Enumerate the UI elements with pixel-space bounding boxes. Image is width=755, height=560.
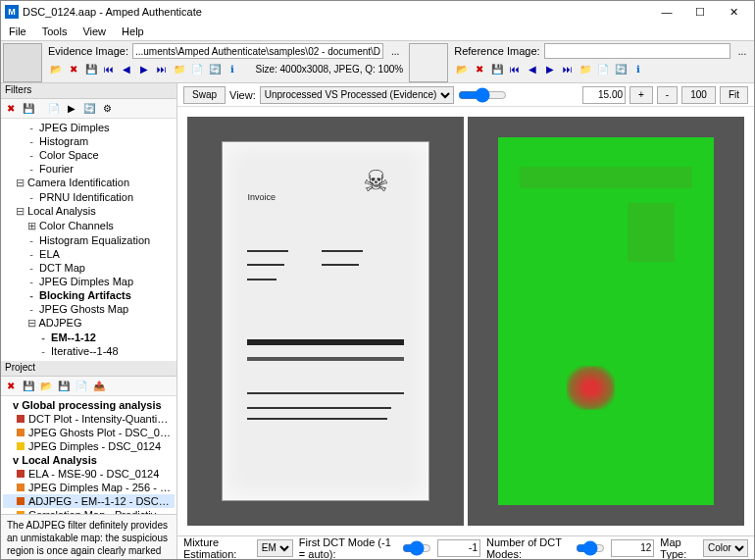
save-icon[interactable] xyxy=(83,61,99,76)
ref-prev-icon[interactable] xyxy=(525,61,540,76)
zoom-100-button[interactable]: 100 xyxy=(681,86,716,104)
proj-clear-icon[interactable] xyxy=(3,379,19,394)
project-item[interactable]: Correlation Map - Predictive - DSC_0124 xyxy=(3,508,175,514)
filter-node[interactable]: - ELA xyxy=(3,247,175,261)
skull-icon xyxy=(363,164,408,221)
close-button[interactable]: ✕ xyxy=(717,2,750,22)
proj-save-icon[interactable] xyxy=(21,379,36,394)
ref-last-icon[interactable] xyxy=(560,61,576,76)
reference-image-path[interactable] xyxy=(544,43,730,59)
first-icon[interactable] xyxy=(101,61,117,76)
project-group-header[interactable]: v Local Analysis xyxy=(3,453,175,467)
zoom-plus-button[interactable]: + xyxy=(629,86,653,104)
project-item[interactable]: JPEG Dimples Map - 256 - DSC_0124 xyxy=(3,481,175,494)
filters-report-icon[interactable] xyxy=(46,101,62,117)
filters-tree[interactable]: - JPEG Dimples- Histogram- Color Space- … xyxy=(1,119,176,361)
view-slider[interactable] xyxy=(458,88,507,102)
view-mode-select[interactable]: Unprocessed VS Processed (Evidence) xyxy=(260,86,454,104)
filters-clear-icon[interactable] xyxy=(3,101,19,117)
menu-help[interactable]: Help xyxy=(118,25,148,38)
filters-save-icon[interactable] xyxy=(21,101,36,117)
refresh-icon[interactable] xyxy=(207,61,223,76)
next-icon[interactable] xyxy=(136,61,152,76)
filter-node[interactable]: - PRNU Identification xyxy=(3,190,175,204)
filter-node[interactable]: ⊟ Local Analysis xyxy=(3,204,175,219)
minimize-button[interactable]: — xyxy=(650,2,683,22)
reference-thumbnail[interactable] xyxy=(409,43,448,82)
evidence-image-path[interactable] xyxy=(132,43,383,59)
filter-node[interactable]: - JPEG Dimples Map xyxy=(3,275,175,288)
ref-next-icon[interactable] xyxy=(542,61,558,76)
project-item[interactable]: ADJPEG - EM--1-12 - DSC_0124 xyxy=(3,494,175,508)
ref-refresh-icon[interactable] xyxy=(613,61,629,76)
app-logo: M xyxy=(5,5,19,19)
menu-view[interactable]: View xyxy=(78,25,110,38)
ref-folder-icon[interactable] xyxy=(578,61,593,76)
project-item[interactable]: DCT Plot - Intensity-Quantized-24 - DSC_… xyxy=(3,412,175,426)
num-dct-label: Number of DCT Modes: xyxy=(486,536,570,560)
project-group-header[interactable]: v Global processing analysis xyxy=(3,398,175,412)
filter-node[interactable]: ⊞ Color Channels xyxy=(3,219,175,233)
evidence-pane[interactable]: Invoice xyxy=(187,117,464,526)
filter-node[interactable]: - JPEG Dimples xyxy=(3,121,175,134)
filter-node[interactable]: - Blocking Artifacts xyxy=(3,288,175,302)
report-icon[interactable] xyxy=(189,61,205,76)
evidence-browse-icon[interactable]: ... xyxy=(387,43,403,59)
ref-info-icon[interactable] xyxy=(630,61,646,76)
processed-pane[interactable] xyxy=(468,117,744,526)
zoom-value[interactable] xyxy=(582,86,626,104)
filter-node[interactable]: - EM--1-12 xyxy=(3,331,175,344)
filter-node[interactable]: - DCT Map xyxy=(3,261,175,275)
proj-open-icon[interactable] xyxy=(38,379,54,394)
last-icon[interactable] xyxy=(154,61,170,76)
mixture-estimation-label: Mixture Estimation: xyxy=(183,536,251,560)
filter-node[interactable]: - Fourier xyxy=(3,162,175,176)
filter-node[interactable]: - Histogram Equalization xyxy=(3,233,175,247)
filters-refresh-icon[interactable] xyxy=(81,101,97,117)
num-dct-value[interactable] xyxy=(611,539,654,557)
menu-file[interactable]: File xyxy=(5,25,30,38)
folder-icon[interactable] xyxy=(172,61,187,76)
info-icon[interactable] xyxy=(225,61,240,76)
filter-node[interactable]: - JPEG Ghosts Map xyxy=(3,302,175,316)
maximize-button[interactable]: ☐ xyxy=(683,2,717,22)
filters-config-icon[interactable]: ⚙ xyxy=(99,101,115,117)
project-list[interactable]: v Global processing analysisDCT Plot - I… xyxy=(1,396,176,514)
filter-node[interactable]: - Iterative--1-48 xyxy=(3,344,175,358)
filter-node[interactable]: - Color Space xyxy=(3,148,175,162)
ref-clear-icon[interactable] xyxy=(472,61,487,76)
clear-icon[interactable] xyxy=(66,61,81,76)
first-dct-slider[interactable] xyxy=(402,541,431,555)
filter-node[interactable]: ⊟ Camera Identification xyxy=(3,176,175,190)
num-dct-slider[interactable] xyxy=(576,541,605,555)
menubar: File Tools View Help xyxy=(1,23,754,40)
project-item[interactable]: ELA - MSE-90 - DSC_0124 xyxy=(3,467,175,481)
ref-open-icon[interactable] xyxy=(454,61,470,76)
project-item[interactable]: JPEG Dimples - DSC_0124 xyxy=(3,439,175,453)
ref-report-icon[interactable] xyxy=(595,61,611,76)
filter-node[interactable]: - Histogram xyxy=(3,134,175,148)
suspicious-region xyxy=(567,366,614,410)
reference-browse-icon[interactable]: ... xyxy=(734,43,750,59)
project-item[interactable]: JPEG Ghosts Plot - DSC_0124 xyxy=(3,426,175,439)
filters-run-icon[interactable]: ▶ xyxy=(64,101,79,117)
mixture-estimation-select[interactable]: EM xyxy=(257,539,293,557)
prev-icon[interactable] xyxy=(119,61,134,76)
swap-button[interactable]: Swap xyxy=(183,86,226,104)
proj-report-icon[interactable] xyxy=(74,379,89,394)
zoom-minus-button[interactable]: - xyxy=(657,86,678,104)
project-toolbar: 📤 xyxy=(1,377,176,396)
open-icon[interactable] xyxy=(48,61,64,76)
evidence-thumbnail[interactable] xyxy=(3,43,42,82)
first-dct-value[interactable] xyxy=(437,539,480,557)
adjpeg-map xyxy=(498,137,714,505)
proj-saveas-icon[interactable] xyxy=(56,379,72,394)
ref-first-icon[interactable] xyxy=(507,61,523,76)
view-label: View: xyxy=(229,89,256,101)
maptype-select[interactable]: Color xyxy=(703,539,748,557)
fit-button[interactable]: Fit xyxy=(720,86,748,104)
ref-save-icon[interactable] xyxy=(489,61,505,76)
menu-tools[interactable]: Tools xyxy=(38,25,72,38)
proj-export-icon[interactable]: 📤 xyxy=(91,379,107,394)
filter-node[interactable]: ⊟ ADJPEG xyxy=(3,316,175,331)
